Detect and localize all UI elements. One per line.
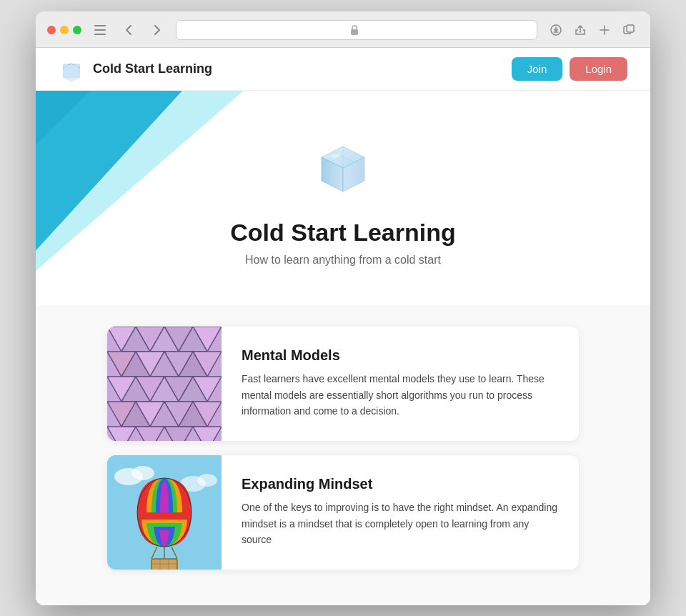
hero-content: Cold Start Learning How to learn anythin… — [230, 136, 455, 267]
card-image-mental-models — [107, 327, 222, 441]
geometric-pattern-svg — [107, 327, 222, 441]
hero-title: Cold Start Learning — [230, 219, 455, 247]
new-tab-button[interactable] — [595, 20, 615, 40]
content-area: Mental Models Fast learners have excelle… — [36, 305, 650, 605]
brand-icon — [59, 55, 86, 82]
sidebar-toggle-button[interactable] — [90, 20, 110, 40]
browser-chrome — [36, 11, 650, 48]
download-icon — [550, 24, 562, 36]
page: Cold Start Learning Join Login — [36, 48, 650, 605]
forward-icon — [154, 25, 160, 35]
card-body-expanding-mindset: Expanding Mindset One of the keys to imp… — [222, 455, 579, 570]
share-icon — [575, 24, 586, 36]
navbar-actions: Join Login — [512, 57, 627, 81]
brand-name: Cold Start Learning — [93, 61, 212, 76]
card-body-mental-models: Mental Models Fast learners have excelle… — [222, 327, 579, 441]
hero-section: Cold Start Learning How to learn anythin… — [36, 91, 650, 305]
card-mental-models: Mental Models Fast learners have excelle… — [107, 327, 579, 441]
ice-cube-small-icon — [59, 55, 86, 82]
navbar-brand: Cold Start Learning — [59, 55, 212, 82]
card-text-expanding-mindset: One of the keys to improving is to have … — [242, 500, 559, 547]
traffic-light-close[interactable] — [47, 26, 56, 34]
hero-subtitle: How to learn anything from a cold start — [230, 254, 455, 267]
svg-point-55 — [197, 474, 217, 487]
svg-rect-1 — [94, 29, 106, 31]
card-title-expanding-mindset: Expanding Mindset — [242, 476, 559, 492]
svg-rect-0 — [94, 25, 106, 26]
card-text-mental-models: Fast learners have excellent mental mode… — [242, 371, 559, 419]
traffic-light-minimize[interactable] — [60, 26, 69, 34]
address-bar[interactable] — [176, 20, 537, 40]
hero-ice-cube-icon — [307, 136, 379, 207]
login-button[interactable]: Login — [570, 57, 627, 81]
lock-icon — [350, 25, 359, 35]
back-icon — [126, 25, 131, 35]
sidebar-icon — [94, 25, 106, 35]
forward-button[interactable] — [147, 20, 167, 40]
download-button[interactable] — [546, 20, 566, 40]
svg-rect-6 — [627, 25, 634, 32]
plus-icon — [599, 24, 610, 36]
back-button[interactable] — [119, 20, 139, 40]
balloon-svg — [107, 455, 222, 570]
card-image-mindset — [107, 455, 222, 570]
svg-rect-8 — [64, 65, 79, 76]
duplicate-icon — [623, 24, 635, 36]
traffic-lights — [47, 26, 81, 34]
browser-actions — [546, 20, 639, 40]
navbar: Cold Start Learning Join Login — [36, 48, 650, 91]
join-button[interactable]: Join — [512, 57, 563, 81]
card-expanding-mindset: Expanding Mindset One of the keys to imp… — [107, 455, 579, 570]
duplicate-button[interactable] — [619, 20, 639, 40]
browser-window: Cold Start Learning Join Login — [36, 11, 650, 605]
traffic-light-maximize[interactable] — [73, 26, 81, 34]
share-button[interactable] — [570, 20, 590, 40]
svg-point-53 — [131, 466, 154, 480]
svg-rect-3 — [351, 29, 358, 35]
card-title-mental-models: Mental Models — [242, 347, 559, 364]
svg-rect-2 — [94, 34, 106, 35]
